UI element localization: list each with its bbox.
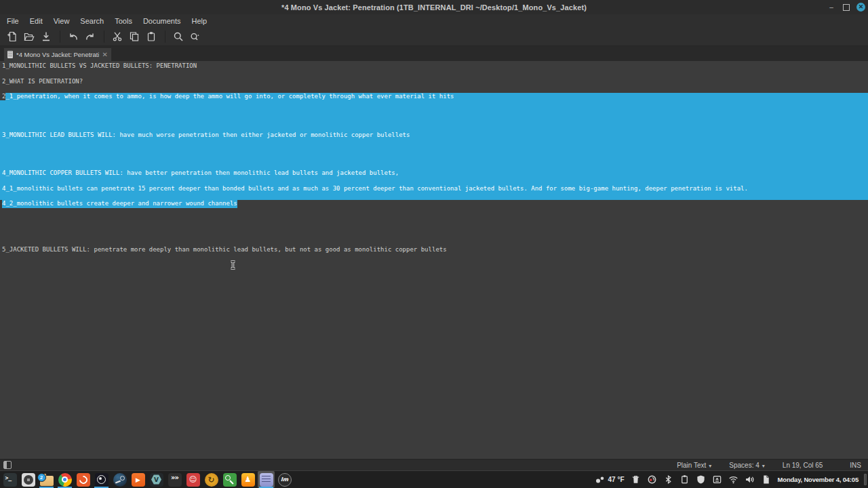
trash-icon[interactable]	[631, 474, 641, 485]
status-bar: Plain Text▾ Spaces: 4▾ Ln 19, Col 65 INS	[0, 459, 868, 470]
terminal-app-icon: >_	[3, 473, 17, 487]
temperature-reading: 47 °F	[608, 476, 625, 483]
editor-line	[0, 216, 868, 223]
editor-line	[0, 208, 868, 216]
menu-view[interactable]: View	[48, 14, 75, 28]
editor-line: 2_1_penetration, when it comes to ammo, …	[0, 93, 868, 100]
text-area[interactable]: 1_MONOLITHIC BULLETS VS JACKETED BULLETS…	[0, 61, 868, 459]
paste-icon	[146, 31, 157, 42]
timeshift-app[interactable]: ↻	[203, 471, 220, 488]
linux-mint-app[interactable]: lm	[276, 471, 293, 488]
find-button[interactable]	[170, 28, 186, 45]
camera-lens-app[interactable]	[20, 471, 37, 488]
editor-line	[0, 192, 868, 200]
tab-mono-vs-jacket[interactable]: *4 Mono Vs Jacket: Penetration ✕	[3, 47, 112, 61]
cut-button[interactable]	[109, 28, 125, 45]
side-pane-toggle-icon[interactable]	[3, 461, 12, 469]
close-button[interactable]: ✕	[856, 3, 865, 12]
find-icon	[173, 31, 184, 42]
editor-line	[0, 223, 868, 230]
minimize-button[interactable]: –	[827, 3, 836, 11]
volume-icon[interactable]	[745, 474, 755, 485]
steam-app-icon	[113, 473, 127, 487]
wifi-icon[interactable]	[728, 474, 738, 485]
obs-studio-app-icon	[95, 473, 108, 487]
files-app-icon: 2	[40, 476, 54, 486]
lutris-app[interactable]: ♟	[239, 471, 256, 488]
app-glyph: ♟	[241, 473, 255, 487]
red-mascot-app-icon: ☺	[186, 473, 200, 487]
veracrypt-app[interactable]: V	[148, 471, 165, 488]
app-glyph: ☺	[186, 473, 200, 487]
menu-tools[interactable]: Tools	[109, 14, 138, 28]
line-text: 4_MONOLITHIC COPPER BULLETS WILL: have b…	[2, 169, 399, 177]
removable-drive-icon[interactable]	[712, 474, 722, 485]
maximize-button[interactable]	[843, 4, 850, 11]
weather-icon[interactable]	[595, 474, 606, 485]
save-document-button[interactable]	[38, 28, 54, 45]
tab-close-icon[interactable]: ✕	[102, 52, 108, 58]
selection-fill	[454, 93, 868, 100]
system-tray: 47 °F Monday, November 4, 04:05	[589, 474, 867, 485]
clipboard-icon[interactable]	[679, 474, 690, 485]
toolbar-separator	[104, 30, 104, 43]
editor-line	[0, 70, 868, 77]
paste-button[interactable]	[143, 28, 159, 45]
language-selector[interactable]: Plain Text▾	[677, 462, 711, 469]
tab-bar: *4 Mono Vs Jacket: Penetration ✕	[0, 46, 868, 62]
tab-width-selector[interactable]: Spaces: 4▾	[729, 462, 765, 469]
media-play-app[interactable]: ▶	[130, 471, 146, 488]
line-text: 2_WHAT IS PENETRATION?	[2, 78, 83, 85]
undo-button[interactable]	[65, 28, 81, 45]
red-mascot-app[interactable]: ☺	[184, 471, 201, 488]
menu-search[interactable]: Search	[75, 14, 109, 28]
menu-file[interactable]: File	[1, 14, 24, 28]
editor-line: 4_2_monolithic bullets create deeper and…	[0, 200, 868, 207]
linux-mint-app-icon: lm	[278, 473, 292, 487]
editor-line	[0, 116, 868, 123]
line-text: 4_1_monolithic bullets can penetrate 15 …	[2, 185, 748, 192]
keepassxc-app-icon	[223, 473, 237, 487]
veracrypt-app-icon: V	[150, 473, 163, 487]
editor-line	[0, 231, 868, 239]
files-app[interactable]: 2	[38, 471, 55, 488]
clock[interactable]: Monday, November 4, 04:05	[778, 476, 859, 483]
copy-button[interactable]	[126, 28, 142, 45]
copy-icon	[129, 31, 140, 42]
keepassxc-app[interactable]	[221, 471, 238, 488]
editor-line	[0, 100, 868, 108]
camera-lens-app-icon	[22, 473, 35, 487]
menu-edit[interactable]: Edit	[24, 14, 48, 28]
taskbar: >_2▶V»»☺↻♟lm 47 °F Monday, November 4, 0…	[0, 471, 868, 488]
new-document-button[interactable]	[4, 28, 20, 45]
editor-line: 3_MONOLITHIC LEAD BULLETS WILL: have muc…	[0, 131, 868, 139]
app-glyph: ↻	[205, 473, 218, 487]
line-text: 5_JACKETED BULLETS WILL: penetrate more …	[2, 246, 447, 253]
find-replace-button[interactable]	[187, 28, 203, 45]
obs-tray-icon[interactable]	[647, 474, 657, 485]
chrome-app[interactable]	[56, 471, 73, 488]
menu-help[interactable]: Help	[186, 14, 213, 28]
editor-line: 2_WHAT IS PENETRATION?	[0, 78, 868, 85]
video-chevrons-app[interactable]: »»	[166, 471, 183, 488]
editor-line	[0, 177, 868, 184]
menu-documents[interactable]: Documents	[138, 14, 186, 28]
obs-studio-app[interactable]	[93, 471, 110, 488]
redo-button[interactable]	[82, 28, 98, 45]
orange-swirl-app[interactable]	[75, 471, 92, 488]
steam-app[interactable]	[111, 471, 128, 488]
bluetooth-icon[interactable]	[663, 474, 673, 485]
toolbar-separator	[165, 30, 165, 43]
app-glyph: V	[150, 473, 163, 487]
chevron-down-icon: ▾	[762, 463, 765, 469]
redo-icon	[85, 31, 96, 42]
shield-icon[interactable]	[696, 474, 706, 485]
document-tray-icon[interactable]	[761, 474, 771, 485]
text-editor-app[interactable]	[258, 471, 275, 488]
open-document-button[interactable]	[21, 28, 37, 45]
show-desktop-button[interactable]	[864, 474, 867, 485]
editor-line	[0, 162, 868, 169]
terminal-app[interactable]: >_	[1, 471, 18, 488]
cut-icon	[112, 31, 123, 42]
lutris-app-icon: ♟	[241, 473, 255, 487]
